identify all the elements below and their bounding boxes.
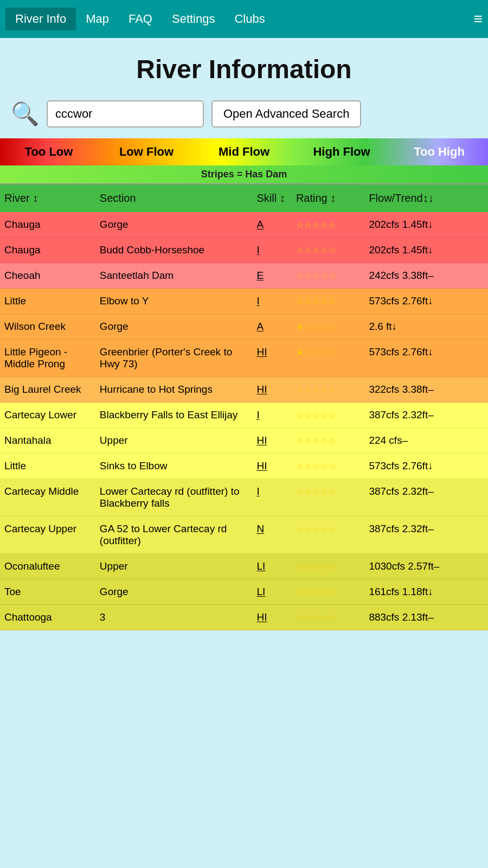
- cell-river: Toe: [0, 579, 95, 605]
- cell-river: Little Pigeon - Middle Prong: [0, 340, 95, 377]
- cell-rating: ★☆☆☆☆: [292, 314, 364, 340]
- cell-rating: ☆☆☆☆☆: [292, 554, 364, 579]
- cell-skill: HI: [253, 454, 292, 479]
- col-flow[interactable]: Flow/Trend↕↓: [364, 184, 488, 212]
- page-title: River Information: [0, 54, 488, 84]
- cell-river: Cartecay Upper: [0, 516, 95, 554]
- cell-river: Cheoah: [0, 263, 95, 289]
- cell-river: Little: [0, 289, 95, 314]
- nav-river-info[interactable]: River Info: [5, 8, 76, 30]
- table-row[interactable]: Big Laurel CreekHurricane to Hot Springs…: [0, 377, 488, 403]
- col-rating[interactable]: Rating ↕: [292, 184, 364, 212]
- cell-section: Lower Cartecay rd (outfitter) to Blackbe…: [95, 479, 253, 516]
- search-input[interactable]: [47, 100, 204, 127]
- cell-flow: 883cfs 2.13ft–: [364, 605, 488, 630]
- table-row[interactable]: Cartecay LowerBlackberry Falls to East E…: [0, 403, 488, 428]
- table-row[interactable]: LittleSinks to ElbowHI☆☆☆☆☆573cfs 2.76ft…: [0, 454, 488, 479]
- cell-river: Chauga: [0, 238, 95, 263]
- cell-rating: ☆☆☆☆☆: [292, 377, 364, 403]
- cell-skill: LI: [253, 579, 292, 605]
- col-river[interactable]: River ↕: [0, 184, 95, 212]
- cell-river: Oconaluftee: [0, 554, 95, 579]
- cell-rating: ☆☆☆☆☆: [292, 479, 364, 516]
- cell-skill: LI: [253, 554, 292, 579]
- flow-label-low-flow: Low Flow: [98, 145, 195, 159]
- search-icon: 🔍: [11, 103, 39, 125]
- cell-rating: ☆☆☆☆☆: [292, 289, 364, 314]
- table-row[interactable]: Cartecay MiddleLower Cartecay rd (outfit…: [0, 479, 488, 516]
- cell-section: Gorge: [95, 212, 253, 238]
- cell-flow: 161cfs 1.18ft↓: [364, 579, 488, 605]
- cell-flow: 573cfs 2.76ft↓: [364, 340, 488, 377]
- cell-flow: 387cfs 2.32ft–: [364, 516, 488, 554]
- cell-rating: ★☆☆☆☆: [292, 340, 364, 377]
- cell-rating: ☆☆☆☆☆: [292, 579, 364, 605]
- nav-map[interactable]: Map: [76, 12, 119, 26]
- cell-flow: 2.6 ft↓: [364, 314, 488, 340]
- nav-faq[interactable]: FAQ: [119, 12, 162, 26]
- table-header-row: River ↕ Section Skill ↕ Rating ↕ Flow/Tr…: [0, 184, 488, 212]
- flow-legend: Too Low Low Flow Mid Flow High Flow Too …: [0, 138, 488, 165]
- cell-skill: HI: [253, 605, 292, 630]
- cell-section: Gorge: [95, 314, 253, 340]
- table-row[interactable]: OconalufteeUpperLI☆☆☆☆☆1030cfs 2.57ft–: [0, 554, 488, 579]
- cell-rating: ☆☆☆☆☆: [292, 212, 364, 238]
- col-section[interactable]: Section: [95, 184, 253, 212]
- nav-clubs[interactable]: Clubs: [224, 12, 274, 26]
- cell-skill: I: [253, 403, 292, 428]
- cell-flow: 573cfs 2.76ft↓: [364, 289, 488, 314]
- cell-flow: 1030cfs 2.57ft–: [364, 554, 488, 579]
- table-row[interactable]: ChaugaBudd Cobb-HorseshoeI☆☆☆☆☆202cfs 1.…: [0, 238, 488, 263]
- table-row[interactable]: Wilson CreekGorgeA★☆☆☆☆2.6 ft↓: [0, 314, 488, 340]
- cell-section: Budd Cobb-Horseshoe: [95, 238, 253, 263]
- cell-section: Sinks to Elbow: [95, 454, 253, 479]
- cell-flow: 387cfs 2.32ft–: [364, 403, 488, 428]
- table-row[interactable]: Cartecay UpperGA 52 to Lower Cartecay rd…: [0, 516, 488, 554]
- cell-rating: ☆☆☆☆☆: [292, 454, 364, 479]
- col-skill[interactable]: Skill ↕: [253, 184, 292, 212]
- table-row[interactable]: CheoahSanteetlah DamE☆☆☆☆☆242cfs 3.38ft–: [0, 263, 488, 289]
- search-bar: 🔍 Open Advanced Search: [0, 95, 488, 138]
- cell-skill: HI: [253, 428, 292, 454]
- cell-skill: I: [253, 238, 292, 263]
- flow-label-too-high: Too High: [390, 145, 488, 159]
- cell-skill: N: [253, 516, 292, 554]
- cell-skill: E: [253, 263, 292, 289]
- cell-section: Greenbrier (Porter's Creek to Hwy 73): [95, 340, 253, 377]
- nav-settings[interactable]: Settings: [162, 12, 225, 26]
- cell-river: Big Laurel Creek: [0, 377, 95, 403]
- flow-label-high-flow: High Flow: [293, 145, 390, 159]
- cell-flow: 202cfs 1.45ft↓: [364, 238, 488, 263]
- cell-skill: I: [253, 479, 292, 516]
- cell-section: Gorge: [95, 579, 253, 605]
- menu-icon[interactable]: ≡: [474, 10, 483, 28]
- table-row[interactable]: ToeGorgeLI☆☆☆☆☆161cfs 1.18ft↓: [0, 579, 488, 605]
- table-row[interactable]: ChaugaGorgeA☆☆☆☆☆202cfs 1.45ft↓: [0, 212, 488, 238]
- table-row[interactable]: LittleElbow to YI☆☆☆☆☆573cfs 2.76ft↓: [0, 289, 488, 314]
- cell-flow: 202cfs 1.45ft↓: [364, 212, 488, 238]
- cell-skill: A: [253, 314, 292, 340]
- table-row[interactable]: Chattooga3HI☆☆☆☆☆883cfs 2.13ft–: [0, 605, 488, 630]
- cell-skill: HI: [253, 340, 292, 377]
- cell-rating: ☆☆☆☆☆: [292, 263, 364, 289]
- cell-river: Chattooga: [0, 605, 95, 630]
- cell-flow: 573cfs 2.76ft↓: [364, 454, 488, 479]
- stripes-note: Stripes = Has Dam: [0, 165, 488, 184]
- cell-section: Elbow to Y: [95, 289, 253, 314]
- cell-river: Cartecay Middle: [0, 479, 95, 516]
- cell-section: Blackberry Falls to East Ellijay: [95, 403, 253, 428]
- table-row[interactable]: Little Pigeon - Middle ProngGreenbrier (…: [0, 340, 488, 377]
- flow-legend-labels: Too Low Low Flow Mid Flow High Flow Too …: [0, 138, 488, 165]
- advanced-search-button[interactable]: Open Advanced Search: [211, 100, 361, 127]
- cell-rating: ☆☆☆☆☆: [292, 605, 364, 630]
- cell-river: Wilson Creek: [0, 314, 95, 340]
- cell-flow: 242cfs 3.38ft–: [364, 263, 488, 289]
- table-row[interactable]: NantahalaUpperHI☆☆☆☆☆224 cfs–: [0, 428, 488, 454]
- cell-skill: HI: [253, 377, 292, 403]
- cell-river: Little: [0, 454, 95, 479]
- cell-rating: ☆☆☆☆☆: [292, 428, 364, 454]
- cell-river: Chauga: [0, 212, 95, 238]
- cell-river: Nantahala: [0, 428, 95, 454]
- cell-flow: 322cfs 3.38ft–: [364, 377, 488, 403]
- cell-skill: I: [253, 289, 292, 314]
